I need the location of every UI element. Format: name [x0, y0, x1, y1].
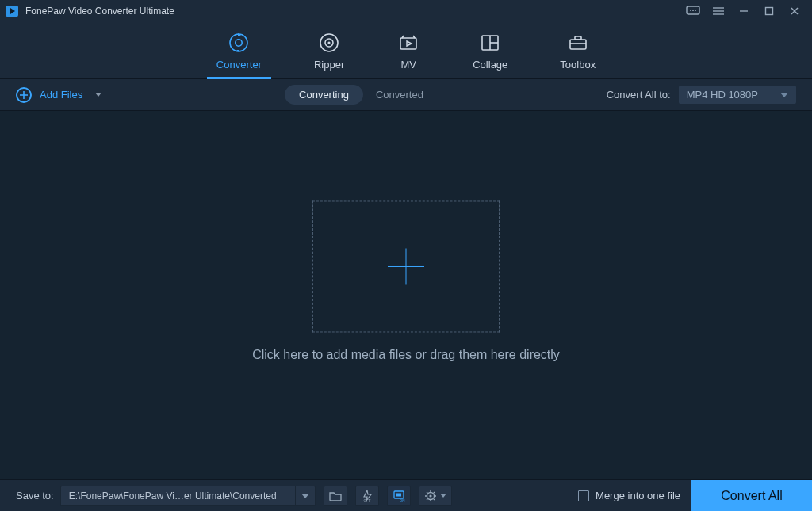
svg-rect-36	[396, 493, 401, 496]
app-logo	[5, 4, 19, 18]
convert-all-label: Convert All	[721, 489, 782, 503]
gpu-accel-toggle[interactable]: ON	[387, 486, 411, 506]
svg-point-13	[230, 34, 247, 51]
svg-text:OFF: OFF	[363, 498, 370, 502]
svg-rect-20	[400, 38, 416, 49]
action-bar: Add Files Converting Converted Convert A…	[0, 79, 812, 111]
plus-circle-icon	[16, 87, 32, 103]
merge-checkbox[interactable]: Merge into one file	[578, 490, 680, 501]
chevron-down-icon	[95, 93, 102, 97]
tab-label: Converter	[216, 59, 262, 71]
plus-icon	[388, 248, 424, 284]
tab-ripper[interactable]: Ripper	[314, 32, 344, 78]
tab-converter[interactable]: Converter	[216, 32, 262, 78]
svg-point-14	[236, 40, 242, 46]
maximize-button[interactable]	[756, 1, 782, 21]
chevron-down-icon	[295, 486, 316, 506]
open-folder-button[interactable]	[324, 486, 347, 506]
tab-toolbox[interactable]: Toolbox	[560, 32, 596, 78]
svg-line-12	[791, 8, 798, 14]
tab-mv[interactable]: MV	[396, 32, 420, 78]
merge-label: Merge into one file	[596, 490, 680, 501]
svg-rect-28	[575, 36, 581, 40]
minimize-button[interactable]	[731, 1, 756, 21]
svg-rect-10	[766, 8, 773, 15]
svg-rect-2	[687, 6, 699, 14]
convert-all-button[interactable]: Convert All	[691, 480, 812, 512]
checkbox-icon	[578, 490, 589, 501]
svg-line-46	[433, 492, 434, 493]
svg-marker-23	[407, 41, 412, 46]
segment-converting[interactable]: Converting	[285, 85, 363, 105]
svg-point-39	[429, 494, 431, 497]
status-segment: Converting Converted	[285, 85, 423, 105]
close-button[interactable]	[782, 1, 807, 21]
svg-line-44	[427, 492, 427, 493]
svg-point-5	[695, 10, 696, 11]
settings-button[interactable]	[419, 486, 452, 506]
drop-zone[interactable]	[312, 200, 500, 332]
menu-icon[interactable]	[706, 1, 731, 21]
add-files-button[interactable]: Add Files	[16, 87, 102, 103]
converter-icon	[227, 32, 251, 54]
save-to-path-select[interactable]: E:\FonePaw\FonePaw Vi…er Ultimate\Conver…	[60, 486, 316, 506]
tab-label: Ripper	[314, 59, 344, 71]
tab-label: Collage	[473, 59, 508, 71]
output-format-value: MP4 HD 1080P	[687, 89, 758, 101]
mv-icon	[396, 32, 420, 54]
ripper-icon	[317, 32, 341, 54]
toolbox-icon	[566, 32, 590, 54]
convert-all-to-label: Convert All to:	[607, 89, 671, 101]
add-files-label: Add Files	[40, 89, 82, 101]
high-speed-toggle[interactable]: OFF	[355, 486, 379, 506]
svg-marker-48	[440, 494, 446, 498]
svg-point-19	[327, 41, 330, 44]
svg-point-3	[690, 10, 691, 11]
svg-line-11	[791, 8, 798, 14]
feedback-icon[interactable]	[680, 1, 706, 21]
bottom-bar: Save to: E:\FonePaw\FonePaw Vi…er Ultima…	[0, 479, 812, 511]
tab-collage[interactable]: Collage	[473, 32, 508, 78]
collage-icon	[478, 32, 502, 54]
svg-line-45	[433, 498, 434, 499]
svg-marker-32	[301, 494, 309, 498]
segment-converted[interactable]: Converted	[376, 89, 423, 101]
output-format-select[interactable]: MP4 HD 1080P	[679, 86, 796, 104]
svg-point-4	[692, 10, 694, 11]
svg-text:ON: ON	[399, 498, 404, 502]
chevron-down-icon	[780, 93, 788, 97]
main-tabs: Converter Ripper MV Collage Toolbox	[0, 22, 812, 79]
svg-rect-27	[570, 40, 586, 49]
work-area: Click here to add media files or drag th…	[0, 111, 812, 479]
title-bar: FonePaw Video Converter Ultimate	[0, 0, 812, 22]
svg-line-47	[427, 498, 427, 499]
convert-all-to: Convert All to: MP4 HD 1080P	[607, 86, 796, 104]
save-to-path: E:\FonePaw\FonePaw Vi…er Ultimate\Conver…	[60, 486, 295, 506]
tab-label: MV	[400, 59, 416, 71]
tab-label: Toolbox	[560, 59, 596, 71]
drop-hint: Click here to add media files or drag th…	[0, 348, 812, 362]
save-to-label: Save to:	[16, 490, 54, 501]
app-title: FonePaw Video Converter Ultimate	[25, 6, 174, 17]
